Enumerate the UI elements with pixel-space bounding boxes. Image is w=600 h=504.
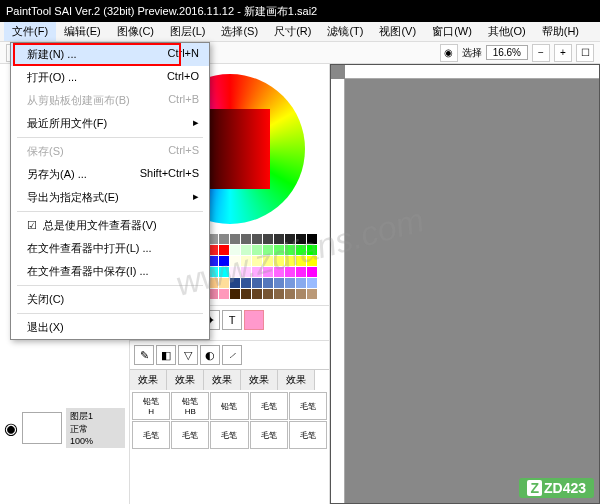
color-swatch[interactable] [263,245,273,255]
color-swatch[interactable] [296,245,306,255]
color-swatch[interactable] [285,245,295,255]
menu-item[interactable]: 尺寸(R) [266,22,319,41]
color-swatch[interactable] [274,256,284,266]
color-swatch[interactable] [241,234,251,244]
color-swatch[interactable] [296,289,306,299]
menu-item[interactable]: 导出为指定格式(E)▸ [11,186,209,209]
color-swatch[interactable] [263,234,273,244]
menu-item[interactable]: 窗口(W) [424,22,480,41]
bucket-tool-icon[interactable]: ▽ [178,345,198,365]
color-swatch[interactable] [307,245,317,255]
color-swatch[interactable] [219,278,229,288]
color-swatch[interactable] [274,267,284,277]
color-swatch[interactable] [296,267,306,277]
color-swatch[interactable] [219,245,229,255]
color-swatch[interactable] [252,234,262,244]
color-swatch[interactable] [274,245,284,255]
eraser-tool-icon[interactable]: ◧ [156,345,176,365]
menu-item[interactable]: 打开(O) ...Ctrl+O [11,66,209,89]
color-swatch[interactable] [263,256,273,266]
brush-preset[interactable]: 铅笔HB [171,392,209,420]
eye-icon[interactable]: ◉ [440,44,458,62]
zoom-out-button[interactable]: − [532,44,550,62]
brush-tab[interactable]: 效果 [167,370,204,390]
brush-preset[interactable]: 铅笔 [210,392,248,420]
brush-preset[interactable]: 毛笔 [250,421,288,449]
zoom-in-button[interactable]: + [554,44,572,62]
color-swatch[interactable] [230,278,240,288]
menu-item[interactable]: 图层(L) [162,22,213,41]
color-swatch[interactable] [263,278,273,288]
color-swatch[interactable] [307,289,317,299]
color-swatch[interactable] [252,245,262,255]
brush-preset[interactable]: 毛笔 [289,392,327,420]
text-tool-icon[interactable]: T [222,310,242,330]
menu-item[interactable]: 其他(O) [480,22,534,41]
menu-item[interactable]: 关闭(C) [11,288,209,311]
brush-tool-icon[interactable]: ✎ [134,345,154,365]
eyedropper-icon[interactable]: ⟋ [222,345,242,365]
color-swatch[interactable] [307,278,317,288]
menu-item[interactable]: 视图(V) [371,22,424,41]
menu-item[interactable]: 退出(X) [11,316,209,339]
color-swatch[interactable] [274,289,284,299]
color-swatch[interactable] [307,256,317,266]
brush-preset[interactable]: 铅笔H [132,392,170,420]
menu-item[interactable]: 另存为(A) ...Shift+Ctrl+S [11,163,209,186]
color-swatch[interactable] [285,289,295,299]
color-swatch[interactable] [219,289,229,299]
color-swatch[interactable] [296,278,306,288]
color-swatch[interactable] [285,234,295,244]
brush-tab[interactable]: 效果 [204,370,241,390]
color-swatch[interactable] [230,245,240,255]
menu-item[interactable]: 在文件查看器中打开(L) ... [11,237,209,260]
menu-item[interactable]: 新建(N) ...Ctrl+N [11,43,209,66]
menu-item[interactable]: 图像(C) [109,22,162,41]
color-swatch[interactable] [263,289,273,299]
brush-preset[interactable]: 毛笔 [171,421,209,449]
color-swatch[interactable] [285,256,295,266]
color-swatch[interactable] [263,267,273,277]
canvas-area[interactable] [330,64,600,504]
menu-item[interactable]: ☑总是使用文件查看器(V) [11,214,209,237]
zoom-fit-button[interactable]: ☐ [576,44,594,62]
color-swatch[interactable] [252,256,262,266]
brush-preset[interactable]: 毛笔 [132,421,170,449]
color-swatch[interactable] [230,267,240,277]
color-swatch[interactable] [296,256,306,266]
color-swatch[interactable] [219,256,229,266]
color-swatch[interactable] [274,278,284,288]
menu-item[interactable]: 在文件查看器中保存(I) ... [11,260,209,283]
menu-item[interactable]: 帮助(H) [534,22,587,41]
color-swatch[interactable] [241,245,251,255]
brush-tab[interactable]: 效果 [241,370,278,390]
color-swatch[interactable] [241,267,251,277]
color-swatch[interactable] [274,234,284,244]
color-swatch[interactable] [252,289,262,299]
color-swatch[interactable] [219,234,229,244]
color-swatch[interactable] [241,256,251,266]
visibility-icon[interactable]: ◉ [4,419,18,438]
color-swatch[interactable] [252,267,262,277]
brush-tab[interactable]: 效果 [278,370,315,390]
color-swatch[interactable] [252,278,262,288]
color-swatch[interactable] [296,234,306,244]
brush-preset[interactable]: 毛笔 [250,392,288,420]
brush-tab[interactable]: 效果 [130,370,167,390]
menu-item[interactable]: 滤镜(T) [319,22,371,41]
color-swatch[interactable] [230,234,240,244]
menu-item[interactable]: 选择(S) [213,22,266,41]
menu-item[interactable]: 编辑(E) [56,22,109,41]
layer-row[interactable]: ◉ 图层1 正常 100% [2,406,127,450]
gradient-tool-icon[interactable]: ◐ [200,345,220,365]
color-swatch[interactable] [219,267,229,277]
color-swatch[interactable] [230,289,240,299]
color-swatch[interactable] [285,278,295,288]
color-swatch[interactable] [307,267,317,277]
brush-preset[interactable]: 毛笔 [289,421,327,449]
layer-thumbnail[interactable] [22,412,62,444]
color-swatch[interactable] [241,289,251,299]
menu-item[interactable]: 最近所用文件(F)▸ [11,112,209,135]
color-swatch[interactable] [241,278,251,288]
color-swatch[interactable] [230,256,240,266]
